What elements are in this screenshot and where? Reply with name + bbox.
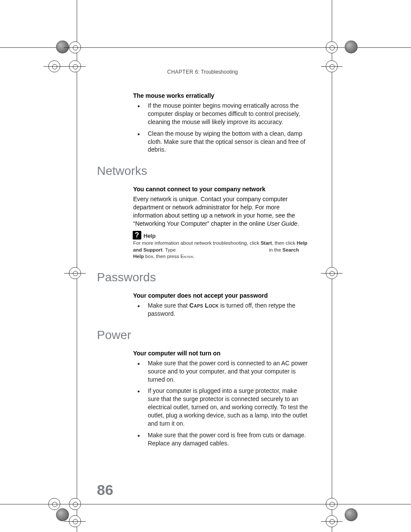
help-icon: ?	[133, 231, 141, 240]
crop-hairline-right	[332, 0, 332, 532]
chapter-label: CHAPTER 6	[167, 69, 198, 75]
registration-globe-icon	[345, 40, 358, 53]
chapter-title: Troubleshooting	[201, 69, 238, 75]
help-body: For more information about network troub…	[133, 240, 308, 260]
chapter-header: CHAPTER 6: Troubleshooting	[97, 69, 308, 75]
page-number: 86	[97, 482, 113, 498]
section-power: Power	[97, 328, 308, 342]
section-networks: Networks	[97, 164, 308, 178]
list-item: Make sure that Caps Lock is turned off, …	[133, 302, 308, 318]
registration-globe-icon	[56, 508, 69, 521]
power-heading: Your computer will not turn on	[133, 350, 308, 357]
text: Make sure that	[148, 302, 190, 309]
text: box, then press	[144, 254, 181, 259]
mouse-heading: The mouse works erratically	[133, 92, 308, 99]
text: , then click	[272, 240, 297, 246]
text: . Type	[162, 247, 177, 252]
crop-target-icon	[326, 60, 356, 90]
crop-target-icon	[69, 267, 99, 297]
text: .	[297, 220, 299, 227]
networks-heading: You cannot connect to your company netwo…	[133, 186, 308, 193]
crop-target-icon	[48, 60, 78, 90]
text-bold: Start	[261, 240, 272, 246]
registration-globe-icon	[345, 508, 358, 521]
text: .	[193, 254, 194, 259]
crop-hairline-bottom	[0, 504, 411, 504]
registration-globe-icon	[56, 40, 69, 53]
text-smallcaps: Caps Lock	[190, 302, 219, 309]
passwords-heading: Your computer does not accept your passw…	[133, 292, 308, 299]
mouse-bullets: If the mouse pointer begins moving errat…	[133, 102, 308, 154]
page-content: CHAPTER 6: Troubleshooting The mouse wor…	[97, 69, 308, 453]
text-italic: User Guide	[267, 220, 298, 227]
crop-target-icon	[326, 267, 356, 297]
text-smallcaps: Enter	[181, 254, 193, 259]
crop-hairline-left	[77, 0, 77, 532]
networks-paragraph: Every network is unique. Contact your co…	[133, 195, 308, 228]
help-callout: ? Help For more information about networ…	[133, 231, 308, 260]
list-item: Clean the mouse by wiping the bottom wit…	[133, 130, 308, 154]
section-passwords: Passwords	[97, 271, 308, 284]
list-item: If the mouse pointer begins moving errat…	[133, 102, 308, 126]
text: For more information about network troub…	[133, 240, 261, 246]
crop-target-icon	[69, 41, 99, 72]
list-item: If your computer is plugged into a surge…	[133, 387, 308, 427]
crop-target-icon	[69, 60, 99, 90]
help-title: Help	[143, 232, 156, 240]
passwords-bullets: Make sure that Caps Lock is turned off, …	[133, 302, 308, 318]
crop-target-icon	[69, 515, 99, 532]
crop-target-icon	[69, 498, 99, 528]
text: in the	[268, 247, 283, 252]
list-item: Make sure that the power cord is free fr…	[133, 431, 308, 448]
power-bullets: Make sure that the power cord is connect…	[133, 359, 308, 448]
list-item: Make sure that the power cord is connect…	[133, 359, 308, 384]
